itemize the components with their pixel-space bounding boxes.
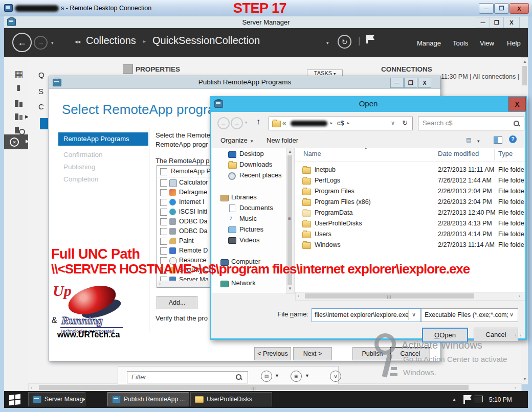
rdp-restore-button[interactable] — [494, 3, 509, 14]
crumb-drive[interactable]: c$ — [337, 119, 344, 127]
scroll-down-icon[interactable]: ▼ — [288, 286, 292, 291]
scroll-down-icon[interactable]: ▼ — [523, 377, 527, 381]
back-icon[interactable]: ← — [12, 33, 32, 52]
menu-view[interactable]: View — [480, 39, 494, 47]
dropdown-icon[interactable]: ▼ — [305, 373, 309, 378]
dropdown-icon[interactable]: ▼ — [275, 373, 279, 378]
history-dropdown-icon[interactable]: ▾ — [245, 120, 247, 125]
scroll-right-icon[interactable]: › — [515, 385, 516, 390]
program-checkbox[interactable] — [160, 228, 167, 235]
taskbar-item-server-manager[interactable]: Server Manager — [28, 392, 85, 406]
forward-icon[interactable]: → — [34, 36, 48, 50]
notifications-flag-icon[interactable] — [366, 35, 368, 43]
up-icon[interactable]: ↑ — [256, 117, 260, 126]
view-dropdown-icon[interactable]: ▾ — [477, 139, 480, 144]
organize-dropdown-icon[interactable]: ▾ — [251, 139, 253, 144]
breadcrumb-quicksessioncollection[interactable]: QuickSessionCollection — [152, 35, 260, 47]
scope-dropdown-icon[interactable]: ▾ — [326, 40, 329, 45]
breadcrumb-collections[interactable]: Collections — [86, 35, 136, 47]
program-checkbox[interactable] — [160, 199, 167, 206]
filename-dropdown-icon[interactable]: ∨ — [412, 311, 416, 318]
program-checkbox[interactable] — [160, 218, 167, 225]
file-name-input[interactable]: files\internet explorer\iexplore.exe ∨ — [312, 308, 421, 322]
collapse-icon[interactable]: ∨ — [330, 371, 341, 382]
nav-dropdown-icon[interactable]: ▾ — [51, 40, 54, 45]
scroll-left-icon[interactable]: ‹ — [298, 294, 299, 299]
taskbar-item-publish-remoteapp[interactable]: Publish RemoteApp ... — [107, 392, 189, 406]
scrollbar-thumb[interactable] — [522, 66, 527, 85]
program-checkbox[interactable] — [160, 247, 167, 255]
refresh-icon[interactable]: ↻ — [338, 35, 351, 49]
nav-libraries[interactable]: Libraries — [231, 193, 257, 201]
crumb-collapse[interactable]: « — [282, 119, 286, 127]
program-checkbox[interactable] — [160, 209, 167, 216]
scrollbar-thumb[interactable] — [305, 293, 474, 299]
previous-button[interactable]: < Previous — [254, 347, 291, 360]
preview-pane-icon[interactable] — [494, 136, 502, 144]
help-icon[interactable]: ? — [509, 135, 517, 143]
wizard-restore-button[interactable] — [404, 78, 417, 88]
search-box[interactable]: Search c$ — [418, 117, 524, 130]
program-checkbox[interactable] — [160, 238, 167, 245]
filter-input[interactable]: Filter — [127, 371, 248, 383]
tray-expand-icon[interactable]: ▲ — [452, 397, 456, 402]
back-icon[interactable]: ← — [217, 117, 230, 129]
nav-documents[interactable]: Documents — [239, 204, 273, 212]
address-dropdown-icon[interactable]: ∨ — [391, 120, 395, 126]
refresh-icon[interactable]: ↻ — [402, 119, 408, 127]
open-close-button[interactable]: X — [508, 97, 526, 111]
menu-manage[interactable]: Manage — [417, 39, 441, 47]
scroll-left-icon[interactable]: ‹ — [159, 282, 161, 286]
action-center-flag-icon[interactable] — [463, 395, 465, 404]
scroll-up-icon[interactable]: ▲ — [523, 59, 527, 64]
add-button[interactable]: Add... — [157, 296, 197, 309]
scroll-left-icon[interactable]: ‹ — [31, 385, 32, 390]
network-tray-icon[interactable] — [475, 396, 483, 402]
organize-button[interactable]: Organize — [220, 136, 248, 144]
rdp-close-button[interactable] — [509, 3, 529, 14]
column-header-type[interactable]: Type — [498, 150, 513, 157]
wizard-step-remoteapp-programs[interactable]: RemoteApp Programs — [58, 132, 148, 146]
listbox-hscrollbar[interactable]: ‹ — [157, 281, 212, 287]
nav-videos[interactable]: Videos — [239, 236, 260, 244]
dashboard-icon[interactable]: ▦ — [14, 68, 23, 80]
menu-tools[interactable]: Tools — [453, 39, 468, 47]
address-bar[interactable]: « ▸ c$ ▸ ∨ ↻ — [269, 117, 413, 130]
sm-restore-button[interactable] — [490, 17, 504, 28]
column-divider[interactable] — [494, 149, 495, 160]
file-type-select[interactable]: Executable Files (*.exe;*.com;*.s ∨ — [421, 308, 518, 322]
nav-network[interactable]: Network — [231, 279, 256, 287]
file-list-hscrollbar[interactable]: ‹ › — [295, 292, 525, 301]
start-button[interactable] — [9, 394, 20, 406]
menu-help[interactable]: Help — [507, 39, 521, 47]
wizard-close-button[interactable] — [418, 78, 431, 88]
list-options-icon[interactable]: ▤ — [261, 371, 272, 382]
next-button[interactable]: Next > — [293, 347, 332, 360]
column-header-date[interactable]: Date modified — [438, 150, 479, 157]
taskbar-item-userprofiledisks[interactable]: UserProfileDisks — [190, 392, 272, 406]
program-checkbox[interactable] — [160, 189, 167, 196]
select-all-checkbox[interactable] — [160, 168, 167, 175]
resize-grip[interactable]: ⋮⋮ — [513, 333, 523, 338]
rdp-minimize-button[interactable] — [479, 3, 494, 14]
column-divider[interactable] — [434, 149, 434, 160]
local-server-icon[interactable]: ▮ — [16, 83, 20, 92]
nav-desktop[interactable]: Desktop — [239, 150, 264, 157]
export-icon[interactable]: ▣ — [291, 371, 302, 382]
column-header-name[interactable]: Name — [303, 150, 321, 157]
wizard-minimize-button[interactable] — [390, 78, 404, 88]
taskbar-clock[interactable]: 5:10 PM — [489, 396, 512, 403]
scroll-right-icon[interactable]: › — [519, 294, 520, 299]
nav-pictures[interactable]: Pictures — [239, 225, 263, 233]
scrollbar-thumb[interactable] — [39, 385, 469, 390]
new-folder-button[interactable]: New folder — [267, 136, 298, 144]
scroll-up-icon[interactable]: ▲ — [288, 149, 292, 154]
sm-minimize-button[interactable] — [476, 17, 490, 28]
nav-music[interactable]: Music — [239, 215, 257, 222]
program-checkbox[interactable] — [160, 179, 167, 187]
nav-recent-places[interactable]: Recent places — [239, 171, 281, 179]
sm-close-button[interactable] — [503, 17, 520, 28]
nav-downloads[interactable]: Downloads — [239, 161, 272, 168]
forward-icon[interactable]: → — [231, 117, 243, 129]
view-list-icon[interactable]: ▤ — [466, 136, 471, 143]
